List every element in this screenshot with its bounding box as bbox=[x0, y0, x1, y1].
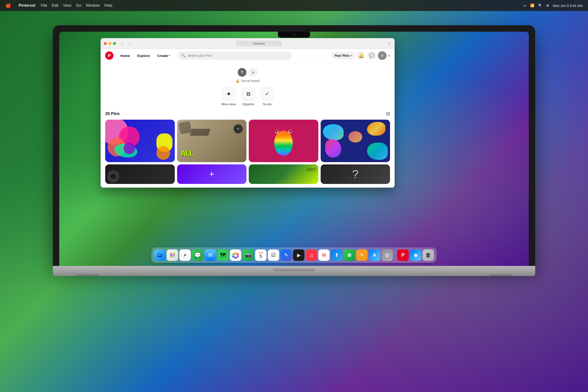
menubar-app-name[interactable]: Pinterest bbox=[18, 3, 35, 8]
minimize-button[interactable] bbox=[108, 42, 112, 45]
your-pins-chevron: ▾ bbox=[350, 54, 352, 57]
safari-icon bbox=[181, 251, 189, 259]
dock-item-appstore[interactable]: A bbox=[369, 250, 380, 261]
your-pins-label: Your Pins bbox=[334, 54, 349, 58]
macbook-screen-bezel: ‹ › Pinterest ↗ bbox=[53, 25, 535, 266]
svg-point-19 bbox=[232, 256, 235, 258]
search-icon: 🔍 bbox=[181, 54, 186, 58]
pin-card-3[interactable] bbox=[249, 120, 318, 162]
todos-action[interactable]: ✓ To-dos bbox=[260, 87, 274, 106]
todos-icon: ✓ bbox=[260, 87, 274, 100]
svg-point-20 bbox=[232, 253, 235, 256]
pin-card-8[interactable]: ? bbox=[321, 164, 390, 184]
more-ideas-action[interactable]: ✦ More ideas bbox=[222, 87, 236, 106]
dock-item-transloader[interactable]: ⬆ bbox=[331, 250, 342, 261]
menubar-left: 🍎 Pinterest File Edit View Go Window Hel… bbox=[6, 3, 112, 8]
more-ideas-icon: ✦ bbox=[222, 87, 236, 100]
dock-item-unknown[interactable]: ◉ bbox=[410, 250, 422, 261]
menubar: 🍎 Pinterest File Edit View Go Window Hel… bbox=[0, 0, 588, 11]
messages-button[interactable]: 💬 bbox=[367, 51, 376, 60]
menubar-right: ▭ 📶 🔍 ⊕ Mon Jun 5 9:41 AM bbox=[523, 4, 582, 8]
url-bar[interactable]: Pinterest bbox=[236, 41, 282, 46]
filter-button[interactable]: ⊟ bbox=[386, 111, 390, 116]
svg-point-5 bbox=[174, 254, 175, 256]
menubar-search-icon[interactable]: 🔍 bbox=[538, 4, 542, 8]
menubar-help[interactable]: Help bbox=[104, 3, 112, 8]
dock-item-pages[interactable]: ✎ bbox=[356, 250, 368, 261]
menubar-view[interactable]: View bbox=[63, 3, 72, 8]
organize-label: Organize bbox=[242, 102, 254, 106]
board-actions: ✦ More ideas ⧉ Organize bbox=[222, 85, 274, 108]
dock-item-freeform[interactable]: ✎ bbox=[280, 250, 292, 261]
pin-card-5[interactable] bbox=[105, 164, 175, 184]
dock-item-appletv[interactable]: ▶ bbox=[293, 250, 304, 261]
dock-item-finder[interactable]: 🗂 bbox=[154, 250, 166, 261]
todos-label: To-dos bbox=[263, 102, 272, 106]
dock-item-pinterest[interactable]: P bbox=[397, 250, 409, 261]
user-avatar[interactable]: Y bbox=[378, 51, 386, 60]
browser-titlebar: ‹ › Pinterest ↗ bbox=[100, 38, 394, 49]
svg-point-6 bbox=[170, 256, 172, 258]
notifications-button[interactable]: 🔔 bbox=[357, 51, 366, 60]
browser-share-button[interactable]: ↗ bbox=[386, 40, 392, 46]
menubar-window[interactable]: Window bbox=[86, 3, 100, 8]
organize-action[interactable]: ⧉ Organize bbox=[242, 87, 255, 106]
pin-card-1[interactable] bbox=[105, 120, 175, 162]
dock-item-safari[interactable] bbox=[180, 250, 191, 261]
dock-item-system-prefs[interactable]: ⚙ bbox=[382, 250, 393, 261]
dock-item-messages[interactable]: 💬 bbox=[192, 250, 204, 261]
pinterest-header: P Home Explore Create ▾ bbox=[100, 49, 394, 62]
create-chevron: ▾ bbox=[169, 54, 170, 57]
svg-point-8 bbox=[174, 256, 175, 258]
dock-item-facetime[interactable]: 📷 bbox=[242, 250, 254, 261]
camera-lens bbox=[292, 33, 296, 36]
dock-item-photos[interactable] bbox=[230, 250, 242, 261]
pin-card-6[interactable]: + bbox=[177, 164, 247, 184]
browser-nav-buttons: ‹ › bbox=[119, 40, 132, 46]
apple-menu[interactable]: 🍎 bbox=[6, 3, 11, 8]
back-button[interactable]: ‹ bbox=[119, 40, 125, 46]
menubar-file[interactable]: File bbox=[41, 3, 47, 8]
screen-inner: ‹ › Pinterest ↗ bbox=[59, 32, 529, 266]
macbook-frame: ‹ › Pinterest ↗ bbox=[53, 25, 535, 276]
svg-point-0 bbox=[170, 253, 172, 254]
dock-item-launchpad[interactable] bbox=[167, 250, 178, 261]
your-pins-button[interactable]: Your Pins ▾ bbox=[331, 52, 355, 59]
dock-item-trash[interactable]: 🗑 bbox=[422, 250, 434, 261]
photos-icon bbox=[232, 251, 240, 259]
pinterest-logo[interactable]: P bbox=[105, 52, 114, 60]
search-bar[interactable]: 🔍 Search your Pins bbox=[177, 52, 292, 60]
menubar-control-icon[interactable]: ⊕ bbox=[546, 4, 549, 8]
pins-row-2: + OIO ? bbox=[105, 164, 390, 184]
search-placeholder: Search your Pins bbox=[188, 54, 212, 58]
dock-item-numbers[interactable]: ⊞ bbox=[344, 250, 355, 261]
user-menu-chevron[interactable]: ▾ bbox=[388, 54, 390, 58]
browser-tab-area: Pinterest bbox=[136, 41, 382, 46]
dock-item-calendar[interactable]: JUN 5 bbox=[255, 250, 267, 261]
dock-item-music[interactable]: ♫ bbox=[306, 250, 317, 261]
camera-notch bbox=[278, 32, 310, 38]
nav-explore[interactable]: Explore bbox=[134, 52, 153, 60]
pins-count: 20 Pins bbox=[105, 112, 120, 116]
pin-card-4[interactable] bbox=[321, 120, 390, 162]
nav-home[interactable]: Home bbox=[117, 52, 133, 60]
pin-card-2[interactable]: ALL bbox=[177, 120, 247, 162]
lock-icon: 🔒 bbox=[236, 79, 240, 83]
board-add-button[interactable]: + bbox=[249, 68, 258, 77]
maximize-button[interactable] bbox=[113, 42, 116, 45]
forward-button[interactable]: › bbox=[126, 40, 132, 46]
dock-item-maps[interactable]: 🗺 bbox=[217, 250, 229, 261]
nav-create[interactable]: Create ▾ bbox=[154, 52, 174, 60]
menubar-go[interactable]: Go bbox=[76, 3, 81, 8]
dock-item-news[interactable]: N bbox=[318, 250, 330, 261]
svg-point-1 bbox=[172, 253, 173, 254]
menubar-edit[interactable]: Edit bbox=[52, 3, 58, 8]
board-user-avatar: Y bbox=[238, 68, 246, 77]
svg-point-7 bbox=[172, 256, 173, 258]
pins-grid: ALL bbox=[105, 120, 390, 162]
pin-card-7[interactable]: OIO bbox=[249, 164, 318, 184]
dock-item-reminders[interactable]: ☑ bbox=[268, 250, 279, 261]
dock-item-mail[interactable]: ✉ bbox=[205, 250, 216, 261]
close-button[interactable] bbox=[104, 42, 107, 45]
more-ideas-label: More ideas bbox=[222, 102, 236, 106]
